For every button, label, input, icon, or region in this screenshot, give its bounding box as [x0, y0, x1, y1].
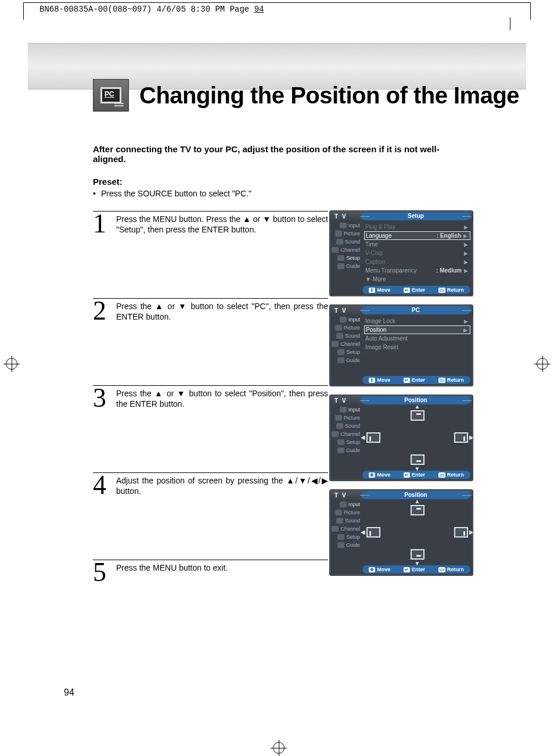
step-1: 1 Press the MENU button. Press the ▲ or … — [93, 211, 328, 235]
move-down-icon[interactable] — [411, 454, 425, 465]
move-down-icon[interactable] — [411, 549, 425, 560]
page-number: 94 — [64, 687, 74, 698]
move-up-icon[interactable] — [411, 505, 425, 515]
menu-item-language[interactable]: Language: English▶ — [364, 231, 470, 240]
osd-title: Setup — [361, 212, 470, 220]
osd-tv-label: T V — [330, 213, 359, 220]
osd-title: PC — [361, 306, 470, 314]
move-up-icon[interactable] — [411, 410, 425, 421]
menu-item-time: Time▶ — [362, 240, 473, 249]
move-left-icon[interactable] — [366, 432, 380, 443]
pc-icon — [93, 79, 129, 112]
step-text: Press the ▲ or ▼ button to select "Posit… — [116, 388, 328, 409]
osd-sidebar: Input Picture Sound Channel Setup Guide — [330, 221, 362, 285]
menu-item-vchip: V-Chip▶ — [362, 249, 473, 257]
intro-text: After connecting the TV to your PC, adju… — [93, 144, 446, 164]
menu-item-more: ▼ More — [362, 275, 473, 284]
osd-pc: T V PC Input Picture Sound Channel Setup… — [329, 304, 473, 386]
print-slug: BN68-00835A-00(088~097) 4/6/05 8:30 PM P… — [39, 5, 264, 14]
move-right-icon[interactable] — [454, 432, 468, 443]
step-text: Press the MENU button. Press the ▲ or ▼ … — [116, 214, 328, 235]
step-number: 4 — [93, 474, 113, 496]
osd-setup: T V Setup Input Picture Sound Channel Se… — [329, 210, 473, 296]
preset-item: Press the SOURCE button to select "PC." — [93, 189, 446, 198]
menu-item-auto-adjustment: Auto Adjustment — [362, 334, 473, 343]
osd-footer: ⇕Move ↵Enter ▭Return — [362, 286, 470, 294]
step-5: 5 Press the MENU button to exit. — [93, 560, 328, 583]
step-text: Press the MENU button to exit. — [116, 562, 328, 573]
position-control[interactable] — [362, 406, 473, 470]
move-right-icon[interactable] — [454, 527, 468, 538]
osd-position-b: T V Position Input Picture Sound Channel… — [329, 489, 473, 576]
step-number: 1 — [93, 213, 113, 235]
osd-menu-list: Plug & Play▶ Language: English▶ Time▶ V-… — [362, 221, 473, 285]
step-number: 3 — [93, 387, 113, 409]
step-text: Press the ▲ or ▼ button to select "PC", … — [116, 301, 328, 322]
step-4: 4 Adjust the position of screen by press… — [93, 472, 328, 496]
step-3: 3 Press the ▲ or ▼ button to select "Pos… — [93, 385, 328, 409]
menu-item-caption: Caption▶ — [362, 257, 473, 266]
step-number: 5 — [93, 561, 113, 583]
step-2: 2 Press the ▲ or ▼ button to select "PC"… — [93, 298, 328, 322]
menu-item-position[interactable]: Position▶ — [364, 325, 470, 334]
osd-position-a: T V Position Input Picture Sound Channel… — [329, 395, 473, 481]
page-title: Changing the Position of the Image — [139, 83, 519, 109]
step-number: 2 — [93, 300, 113, 322]
step-text: Adjust the position of screen by pressin… — [116, 475, 328, 496]
menu-item-image-reset: Image Reset — [362, 343, 473, 352]
position-control[interactable] — [362, 500, 473, 564]
move-left-icon[interactable] — [366, 527, 380, 538]
menu-item-transparency: Menu Transparency: Medium▶ — [362, 266, 473, 275]
menu-item-image-lock: Image Lock▶ — [362, 317, 473, 325]
preset-heading: Preset: — [93, 177, 446, 187]
menu-item-plug-play: Plug & Play▶ — [362, 223, 473, 231]
